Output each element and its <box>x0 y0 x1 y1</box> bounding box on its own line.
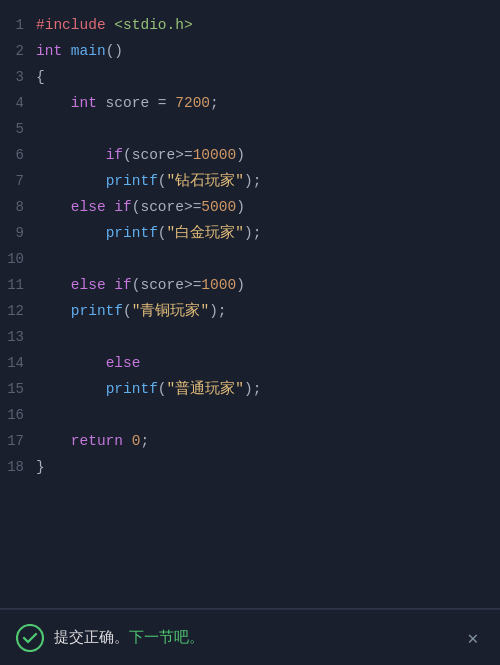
status-bar: 提交正确。下一节吧。 ✕ <box>0 609 500 665</box>
status-label: 提交正确。 <box>54 630 129 647</box>
line-number: 6 <box>0 142 36 168</box>
line-number: 1 <box>0 12 36 38</box>
code-line: 8 else if(score>=5000) <box>0 194 500 220</box>
line-number: 14 <box>0 350 36 376</box>
line-content: if(score>=10000) <box>36 142 500 168</box>
line-content: else if(score>=1000) <box>36 272 500 298</box>
line-content: else <box>36 350 500 376</box>
code-line: 18} <box>0 454 500 480</box>
code-line: 10 <box>0 246 500 272</box>
code-line: 12 printf("青铜玩家"); <box>0 298 500 324</box>
code-line: 6 if(score>=10000) <box>0 142 500 168</box>
code-line: 3{ <box>0 64 500 90</box>
line-content: printf("白金玩家"); <box>36 220 500 246</box>
check-icon <box>16 624 44 652</box>
line-number: 3 <box>0 64 36 90</box>
line-content: } <box>36 454 500 480</box>
line-number: 7 <box>0 168 36 194</box>
line-number: 17 <box>0 428 36 454</box>
line-number: 8 <box>0 194 36 220</box>
line-content: int score = 7200; <box>36 90 500 116</box>
code-line: 11 else if(score>=1000) <box>0 272 500 298</box>
code-editor: 1#include <stdio.h>2int main()3{4 int sc… <box>0 0 500 608</box>
line-number: 5 <box>0 116 36 142</box>
line-content <box>36 324 500 350</box>
line-number: 18 <box>0 454 36 480</box>
line-number: 16 <box>0 402 36 428</box>
line-content: printf("钻石玩家"); <box>36 168 500 194</box>
line-content: printf("青铜玩家"); <box>36 298 500 324</box>
code-line: 9 printf("白金玩家"); <box>0 220 500 246</box>
line-content <box>36 246 500 272</box>
code-line: 16 <box>0 402 500 428</box>
line-number: 2 <box>0 38 36 64</box>
line-number: 4 <box>0 90 36 116</box>
code-line: 5 <box>0 116 500 142</box>
code-line: 13 <box>0 324 500 350</box>
line-number: 12 <box>0 298 36 324</box>
line-content <box>36 116 500 142</box>
line-content: else if(score>=5000) <box>36 194 500 220</box>
line-content: { <box>36 64 500 90</box>
line-number: 9 <box>0 220 36 246</box>
line-content: int main() <box>36 38 500 64</box>
line-content: return 0; <box>36 428 500 454</box>
line-content: printf("普通玩家"); <box>36 376 500 402</box>
line-number: 15 <box>0 376 36 402</box>
line-content <box>36 402 500 428</box>
close-icon[interactable]: ✕ <box>462 627 484 649</box>
line-number: 11 <box>0 272 36 298</box>
code-line: 17 return 0; <box>0 428 500 454</box>
code-line: 14 else <box>0 350 500 376</box>
line-number: 10 <box>0 246 36 272</box>
status-text: 提交正确。下一节吧。 <box>54 628 452 647</box>
code-line: 7 printf("钻石玩家"); <box>0 168 500 194</box>
code-line: 4 int score = 7200; <box>0 90 500 116</box>
code-line: 15 printf("普通玩家"); <box>0 376 500 402</box>
svg-point-0 <box>17 625 43 651</box>
line-content: #include <stdio.h> <box>36 12 500 38</box>
line-number: 13 <box>0 324 36 350</box>
status-link[interactable]: 下一节吧。 <box>129 630 204 647</box>
code-line: 1#include <stdio.h> <box>0 12 500 38</box>
code-line: 2int main() <box>0 38 500 64</box>
